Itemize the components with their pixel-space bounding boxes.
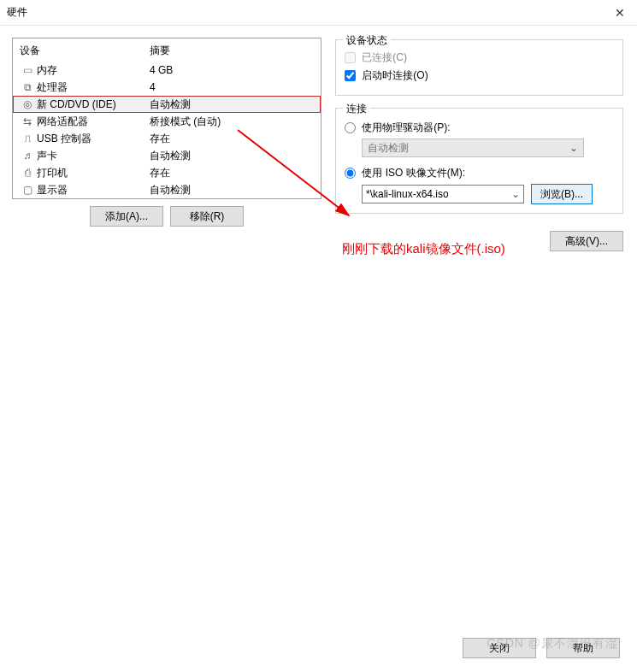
device-row-7[interactable]: ▢显示器自动检测: [13, 181, 321, 198]
device-summary: 4: [150, 81, 156, 93]
device-name: USB 控制器: [35, 132, 150, 146]
device-panel: 设备 摘要 ▭内存4 GB⧉处理器4◎新 CD/DVD (IDE)自动检测⇆网络…: [12, 38, 321, 199]
use-iso-label: 使用 ISO 映像文件(M):: [362, 167, 465, 179]
add-button[interactable]: 添加(A)...: [90, 206, 163, 227]
device-row-0[interactable]: ▭内存4 GB: [13, 62, 321, 79]
device-row-3[interactable]: ⇆网络适配器桥接模式 (自动): [13, 113, 321, 130]
connect-on-start-label: 启动时连接(O): [362, 69, 428, 81]
device-summary: 4 GB: [150, 64, 173, 76]
connected-checkbox: [345, 52, 356, 63]
device-row-4[interactable]: ⎍USB 控制器存在: [13, 130, 321, 147]
cpu-icon: ⧉: [20, 81, 35, 93]
device-name: 内存: [35, 63, 150, 78]
disc-icon: ◎: [20, 98, 35, 110]
device-name: 显示器: [35, 183, 150, 197]
device-header: 设备 摘要: [13, 38, 321, 62]
group-title-status: 设备状态: [343, 33, 391, 48]
device-summary: 桥接模式 (自动): [150, 115, 221, 129]
sound-icon: ♬: [20, 150, 35, 162]
advanced-button[interactable]: 高级(V)...: [550, 231, 623, 251]
close-icon[interactable]: ✕: [603, 0, 637, 26]
use-physical-radio[interactable]: [345, 122, 356, 133]
col-device: 设备: [20, 44, 150, 58]
device-row-2[interactable]: ◎新 CD/DVD (IDE)自动检测: [13, 96, 321, 113]
right-pane: 设备状态 已连接(C) 启动时连接(O) 连接 使用物理驱动器(P):: [333, 38, 625, 602]
dialog-content: 设备 摘要 ▭内存4 GB⧉处理器4◎新 CD/DVD (IDE)自动检测⇆网络…: [0, 26, 637, 672]
display-icon: ▢: [20, 184, 35, 196]
use-physical-label: 使用物理驱动器(P):: [362, 121, 450, 133]
titlebar: 硬件 ✕: [0, 0, 637, 26]
device-name: 网络适配器: [35, 115, 150, 129]
network-icon: ⇆: [20, 115, 35, 127]
device-name: 新 CD/DVD (IDE): [35, 97, 150, 112]
connected-label: 已连接(C): [362, 51, 407, 63]
memory-icon: ▭: [20, 64, 35, 76]
device-status-group: 设备状态 已连接(C) 启动时连接(O): [335, 39, 623, 96]
device-summary: 自动检测: [150, 149, 191, 163]
physical-drive-value: 自动检测: [368, 141, 409, 156]
iso-path-value: *\kali-linux-x64.iso: [366, 188, 449, 200]
device-list[interactable]: ▭内存4 GB⧉处理器4◎新 CD/DVD (IDE)自动检测⇆网络适配器桥接模…: [13, 62, 321, 198]
remove-button[interactable]: 移除(R): [170, 206, 244, 227]
device-summary: 存在: [150, 132, 170, 146]
connect-on-start-checkbox[interactable]: [345, 70, 356, 81]
chevron-down-icon: ⌄: [569, 142, 578, 154]
device-row-1[interactable]: ⧉处理器4: [13, 79, 321, 96]
watermark: CSDN @尿不湿没有湿: [487, 636, 618, 651]
printer-icon: ⎙: [20, 167, 35, 179]
chevron-down-icon[interactable]: ⌄: [511, 188, 520, 200]
group-title-connection: 连接: [343, 102, 370, 116]
window-title: 硬件: [7, 5, 27, 20]
device-name: 处理器: [35, 80, 150, 95]
device-summary: 自动检测: [150, 183, 191, 197]
device-row-5[interactable]: ♬声卡自动检测: [13, 147, 321, 164]
device-summary: 自动检测: [150, 97, 191, 112]
col-summary: 摘要: [150, 44, 170, 58]
device-name: 打印机: [35, 166, 150, 180]
device-row-6[interactable]: ⎙打印机存在: [13, 164, 321, 181]
use-iso-radio[interactable]: [345, 168, 356, 179]
usb-icon: ⎍: [20, 133, 35, 144]
iso-path-combo[interactable]: *\kali-linux-x64.iso ⌄: [362, 185, 524, 203]
browse-button[interactable]: 浏览(B)...: [531, 184, 593, 204]
device-summary: 存在: [150, 166, 170, 180]
connection-group: 连接 使用物理驱动器(P): 自动检测 ⌄ 使用 ISO 映像文件(M):: [335, 108, 623, 214]
physical-drive-combo: 自动检测 ⌄: [362, 139, 584, 157]
annotation-text: 刚刚下载的kali镜像文件(.iso): [342, 241, 505, 257]
device-name: 声卡: [35, 149, 150, 163]
